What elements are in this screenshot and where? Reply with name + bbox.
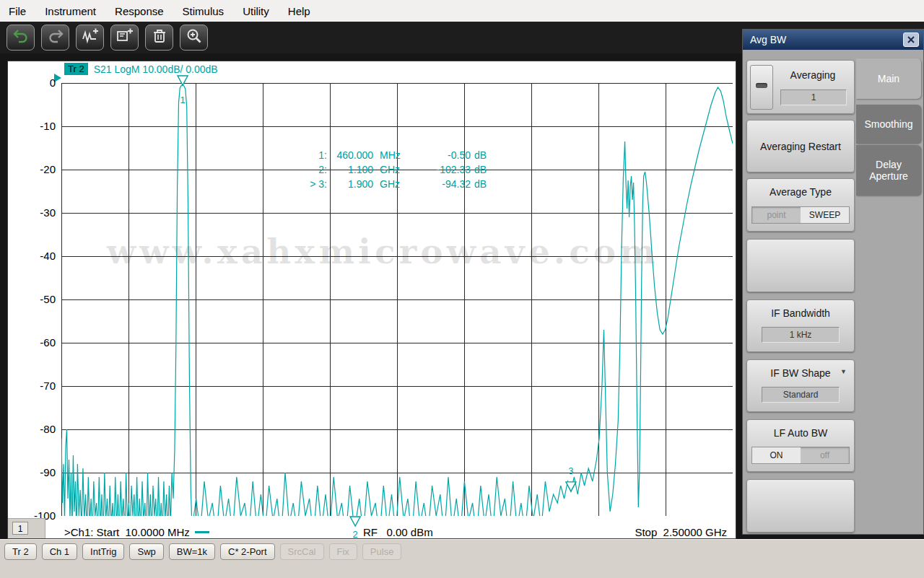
trace-color-dash: [195, 531, 209, 533]
redo-icon: [47, 27, 64, 48]
marker-freq_unit: GHz: [373, 177, 413, 191]
y-tick-label: -40: [21, 250, 56, 262]
stimulus-stop-label[interactable]: Stop 2.50000 GHz: [635, 526, 727, 538]
add-trace-button[interactable]: [76, 25, 104, 51]
tab-delay-aperture[interactable]: Delay Aperture: [856, 145, 921, 196]
menu-help[interactable]: Help: [288, 5, 310, 17]
status-tr-2[interactable]: Tr 2: [4, 543, 37, 560]
averaging-value[interactable]: 1: [780, 89, 847, 105]
lf-auto-bw-button[interactable]: LF Auto BW ON off: [746, 419, 855, 472]
y-tick-label: -20: [21, 163, 56, 175]
marker-2-icon[interactable]: [350, 517, 360, 526]
marker-prefix: 2:: [302, 162, 327, 177]
panel-body: Averaging 1 Averaging Restart Average Ty…: [743, 50, 923, 534]
toggle-slot-icon: [756, 83, 767, 88]
status-swp[interactable]: Swp: [129, 543, 163, 560]
start-frequency-text: >Ch1: Start 10.0000 MHz: [64, 526, 190, 538]
menu-file[interactable]: File: [9, 5, 26, 17]
average-type-button[interactable]: Average Type point SWEEP: [746, 178, 855, 232]
close-button[interactable]: [903, 32, 919, 47]
marker-level: -102.33: [413, 162, 471, 177]
redo-button[interactable]: [41, 25, 69, 51]
close-icon: [907, 36, 915, 43]
status-ch-1[interactable]: Ch 1: [42, 543, 77, 560]
add-channel-icon: [116, 27, 134, 48]
undo-icon: [12, 27, 30, 48]
status-bw-1k[interactable]: BW=1k: [169, 543, 215, 560]
menu-instrument[interactable]: Instrument: [45, 5, 96, 17]
averaging-label: Averaging: [775, 69, 851, 81]
lf-auto-bw-on-option[interactable]: ON: [752, 447, 801, 463]
channel-corner: 1: [8, 518, 45, 538]
averaging-toggle[interactable]: [750, 65, 773, 110]
marker-readout-row: > 3:1.900GHz-94.32dB: [302, 177, 487, 191]
averaging-button[interactable]: Averaging 1: [746, 60, 855, 114]
y-tick-label: -50: [21, 293, 56, 305]
panel-title: Avg BW: [743, 34, 903, 45]
averaging-restart-button[interactable]: Averaging Restart: [746, 120, 855, 172]
status-srccal: SrcCal: [280, 543, 324, 560]
status-inttrig[interactable]: IntTrig: [82, 543, 124, 560]
undo-button[interactable]: [6, 25, 35, 51]
trace-badge[interactable]: Tr 2: [64, 63, 88, 75]
delete-icon: [151, 27, 168, 48]
status-bar: Tr 2Ch 1IntTrigSwpBW=1kC* 2-PortSrcCalFi…: [0, 539, 924, 578]
trace-header: Tr 2 S21 LogM 10.00dB/ 0.00dB: [64, 63, 218, 75]
lf-auto-bw-off-option[interactable]: off: [801, 447, 849, 463]
avg-bw-panel: Avg BW Averaging 1 Averaging Restart Ave…: [742, 29, 924, 535]
menu-bar: FileInstrumentResponseStimulusUtilityHel…: [0, 0, 924, 22]
zoom-in-icon: [186, 27, 203, 48]
delete-button[interactable]: [145, 25, 173, 51]
marker-freq_unit: MHz: [373, 148, 413, 162]
tab-smoothing[interactable]: Smoothing: [856, 105, 921, 144]
if-bandwidth-button[interactable]: IF Bandwidth 1 kHz: [746, 299, 855, 352]
status-pulse: Pulse: [362, 543, 402, 560]
if-bandwidth-label: IF Bandwidth: [747, 307, 854, 319]
if-bw-shape-value[interactable]: Standard: [762, 387, 840, 403]
marker-prefix: > 3:: [302, 177, 327, 191]
status-fix: Fix: [329, 543, 357, 560]
menu-stimulus[interactable]: Stimulus: [183, 5, 225, 17]
menu-utility[interactable]: Utility: [243, 5, 269, 17]
chevron-down-icon[interactable]: ▼: [840, 368, 847, 375]
marker-level_unit: dB: [471, 162, 487, 177]
marker-level_unit: dB: [471, 148, 487, 162]
marker-level: -0.50: [413, 148, 471, 162]
blank-softkey-1[interactable]: [746, 239, 855, 292]
add-channel-button[interactable]: [110, 25, 139, 51]
add-trace-icon: [82, 27, 99, 48]
zoom-button[interactable]: [180, 25, 208, 51]
marker-freq: 1.100: [327, 162, 373, 177]
if-bw-shape-button[interactable]: IF BW Shape ▼ Standard: [746, 359, 855, 412]
marker-freq_unit: GHz: [373, 162, 413, 177]
y-tick-label: 0: [21, 76, 56, 89]
averaging-restart-label: Averaging Restart: [760, 141, 841, 152]
marker-freq: 460.000: [327, 148, 373, 162]
marker-readout-row: 2:1.100GHz-102.33dB: [302, 162, 487, 177]
average-type-sweep-option[interactable]: SWEEP: [801, 207, 849, 223]
lf-auto-bw-segment: ON off: [751, 447, 850, 464]
menu-response[interactable]: Response: [115, 5, 164, 17]
average-type-point-option[interactable]: point: [752, 207, 801, 223]
plot-window[interactable]: Tr 2 S21 LogM 10.00dB/ 0.00dB 123 0-10-2…: [7, 61, 736, 539]
y-tick-label: -70: [21, 380, 56, 392]
rf-power-label[interactable]: RF 0.00 dBm: [363, 526, 433, 538]
y-tick-label: -10: [21, 120, 56, 132]
average-type-segment: point SWEEP: [751, 206, 850, 224]
y-tick-label: -80: [21, 423, 56, 435]
y-tick-label: -90: [21, 466, 56, 478]
stimulus-start-label[interactable]: >Ch1: Start 10.0000 MHz: [64, 526, 209, 538]
y-tick-label: -60: [21, 336, 56, 349]
panel-header[interactable]: Avg BW: [743, 30, 923, 50]
average-type-label: Average Type: [747, 186, 854, 198]
lf-auto-bw-label: LF Auto BW: [747, 427, 854, 439]
marker-level: -94.32: [413, 177, 471, 191]
if-bw-shape-label: IF BW Shape: [747, 367, 854, 379]
if-bandwidth-value[interactable]: 1 kHz: [762, 327, 840, 343]
status-c-2-port[interactable]: C* 2-Port: [220, 543, 274, 560]
marker-freq: 1.900: [327, 177, 373, 191]
tab-main[interactable]: Main: [856, 58, 921, 99]
blank-softkey-2[interactable]: [746, 479, 855, 533]
channel-badge[interactable]: 1: [12, 522, 28, 535]
marker-readout-row: 1:460.000MHz-0.50dB: [302, 148, 487, 162]
